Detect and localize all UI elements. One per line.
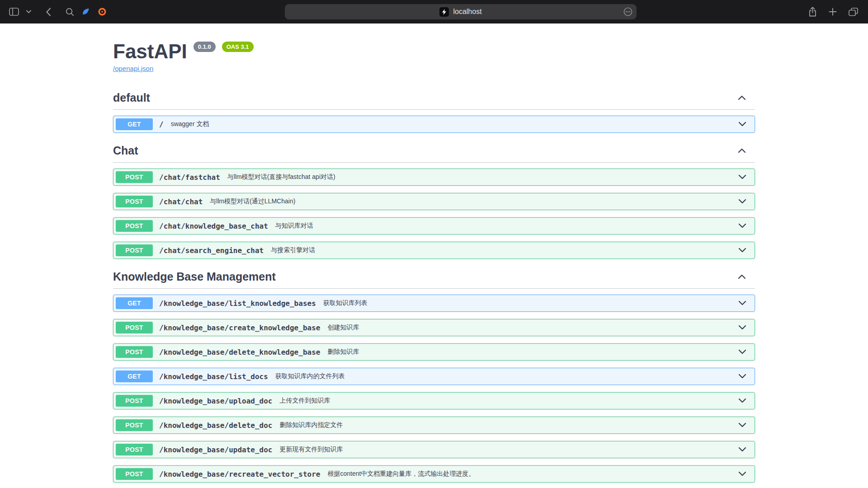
endpoint-row[interactable]: GET / swagger 文档 <box>113 116 755 133</box>
endpoint-description: 获取知识库内的文件列表 <box>275 372 345 380</box>
expand-endpoint-chevron-icon[interactable] <box>738 174 746 180</box>
endpoint-row[interactable]: POST /knowledge_base/update_doc 更新现有文件到知… <box>113 441 755 458</box>
expand-endpoint-chevron-icon[interactable] <box>738 248 746 253</box>
endpoint-row[interactable]: POST /knowledge_base/delete_doc 删除知识库内指定… <box>113 417 755 434</box>
orange-extension-icon[interactable] <box>95 5 109 19</box>
toolbar-left <box>0 5 116 19</box>
toolbar-right <box>806 4 868 19</box>
section-header[interactable]: default <box>113 87 755 110</box>
expand-endpoint-chevron-icon[interactable] <box>738 374 746 379</box>
url-text: localhost <box>453 8 481 16</box>
endpoint-row[interactable]: GET /knowledge_base/list_knowledge_bases… <box>113 295 755 312</box>
endpoint-description: 更新现有文件到知识库 <box>279 446 343 454</box>
endpoint-row[interactable]: POST /chat/chat 与llm模型对话(通过LLMChain) <box>113 193 755 210</box>
section-header[interactable]: Knowledge Base Management <box>113 266 755 289</box>
endpoint-path: /chat/knowledge_base_chat <box>159 222 268 230</box>
expand-endpoint-chevron-icon[interactable] <box>738 300 746 306</box>
endpoint-path: /chat/search_engine_chat <box>159 246 264 255</box>
section-title: Knowledge Base Management <box>113 270 276 283</box>
endpoint-description: 删除知识库内指定文件 <box>279 421 343 429</box>
endpoint-description: 根据content中文档重建向量库，流式输出处理进度。 <box>327 470 475 478</box>
endpoint-path: /knowledge_base/delete_doc <box>159 421 272 430</box>
endpoint-path: /knowledge_base/list_docs <box>159 372 268 381</box>
expand-endpoint-chevron-icon[interactable] <box>738 398 746 404</box>
endpoint-row[interactable]: GET /knowledge_base/list_docs 获取知识库内的文件列… <box>113 368 755 385</box>
endpoint-list: GET /knowledge_base/list_knowledge_bases… <box>113 295 755 483</box>
method-badge: POST <box>116 395 153 407</box>
method-badge: GET <box>116 371 153 382</box>
endpoint-path: /knowledge_base/delete_knowledge_base <box>159 348 320 357</box>
method-badge: POST <box>116 196 153 207</box>
share-icon[interactable] <box>806 4 820 19</box>
browser-toolbar: localhost <box>0 0 868 23</box>
section-header[interactable]: Chat <box>113 140 755 163</box>
method-badge: POST <box>116 244 153 256</box>
method-badge: POST <box>116 171 153 183</box>
endpoint-path: /knowledge_base/list_knowledge_bases <box>159 299 316 308</box>
endpoint-description: 获取知识库列表 <box>323 299 368 307</box>
page-settings-ellipsis-icon[interactable] <box>623 7 632 18</box>
endpoint-row[interactable]: POST /knowledge_base/upload_doc 上传文件到知识库 <box>113 392 755 409</box>
expand-endpoint-chevron-icon[interactable] <box>738 199 746 204</box>
endpoint-row[interactable]: POST /chat/fastchat 与llm模型对话(直接与fastchat… <box>113 169 755 186</box>
collapse-section-icon[interactable] <box>738 274 746 279</box>
method-badge: POST <box>116 346 153 358</box>
endpoint-description: 与llm模型对话(直接与fastchat api对话) <box>227 173 335 181</box>
endpoint-list: GET / swagger 文档 <box>113 116 755 133</box>
expand-endpoint-chevron-icon[interactable] <box>738 471 746 477</box>
swagger-page: FastAPI 0.1.0 OAS 3.1 /openapi.json defa… <box>0 23 868 488</box>
endpoint-path: /knowledge_base/update_doc <box>159 446 272 454</box>
endpoint-path: / <box>159 120 164 129</box>
method-badge: POST <box>116 220 153 232</box>
version-badge: 0.1.0 <box>193 42 216 52</box>
expand-endpoint-chevron-icon[interactable] <box>738 422 746 428</box>
collapse-section-icon[interactable] <box>738 95 746 100</box>
section-title: Chat <box>113 144 138 157</box>
expand-endpoint-chevron-icon[interactable] <box>738 325 746 330</box>
endpoint-path: /chat/fastchat <box>159 173 220 182</box>
back-button[interactable] <box>43 5 54 19</box>
endpoint-description: 创建知识库 <box>327 324 359 332</box>
expand-endpoint-chevron-icon[interactable] <box>738 349 746 355</box>
collapse-section-icon[interactable] <box>738 148 746 153</box>
site-favicon-icon <box>439 7 449 17</box>
endpoint-row[interactable]: POST /knowledge_base/create_knowledge_ba… <box>113 319 755 336</box>
endpoint-row[interactable]: POST /chat/knowledge_base_chat 与知识库对话 <box>113 217 755 235</box>
endpoint-description: 上传文件到知识库 <box>279 397 330 405</box>
expand-endpoint-chevron-icon[interactable] <box>738 223 746 229</box>
sections: default GET / swagger 文档 Chat POST /chat… <box>113 87 755 483</box>
expand-endpoint-chevron-icon[interactable] <box>738 122 746 127</box>
method-badge: GET <box>116 118 153 130</box>
method-badge: POST <box>116 468 153 480</box>
endpoint-row[interactable]: POST /knowledge_base/delete_knowledge_ba… <box>113 343 755 361</box>
blue-extension-icon[interactable] <box>79 5 93 19</box>
section-title: default <box>113 91 150 104</box>
toolbar-center: localhost <box>116 4 806 19</box>
endpoint-description: 与知识库对话 <box>275 222 313 230</box>
api-title-text: FastAPI <box>113 40 187 63</box>
expand-endpoint-chevron-icon[interactable] <box>738 447 746 452</box>
new-tab-plus-icon[interactable] <box>826 5 840 19</box>
endpoint-list: POST /chat/fastchat 与llm模型对话(直接与fastchat… <box>113 169 755 259</box>
sidebar-chevron-down-icon[interactable] <box>24 7 34 16</box>
tab-overview-icon[interactable] <box>846 5 861 19</box>
api-section: Chat POST /chat/fastchat 与llm模型对话(直接与fas… <box>113 140 755 259</box>
openapi-link[interactable]: /openapi.json <box>113 65 153 73</box>
endpoint-path: /knowledge_base/recreate_vector_store <box>159 470 320 479</box>
endpoint-row[interactable]: POST /knowledge_base/recreate_vector_sto… <box>113 465 755 483</box>
method-badge: GET <box>116 297 153 309</box>
endpoint-description: 与llm模型对话(通过LLMChain) <box>210 197 295 206</box>
page-title: FastAPI 0.1.0 OAS 3.1 <box>113 40 755 63</box>
method-badge: POST <box>116 322 153 333</box>
address-bar[interactable]: localhost <box>285 4 637 19</box>
method-badge: POST <box>116 419 153 431</box>
endpoint-description: 与搜索引擎对话 <box>271 246 315 254</box>
sidebar-toggle-button[interactable] <box>6 5 22 19</box>
oas-badge: OAS 3.1 <box>222 42 254 52</box>
endpoint-description: 删除知识库 <box>327 348 359 356</box>
endpoint-description: swagger 文档 <box>171 120 209 128</box>
endpoint-row[interactable]: POST /chat/search_engine_chat 与搜索引擎对话 <box>113 242 755 259</box>
method-badge: POST <box>116 444 153 455</box>
api-section: default GET / swagger 文档 <box>113 87 755 133</box>
search-icon[interactable] <box>63 5 77 19</box>
